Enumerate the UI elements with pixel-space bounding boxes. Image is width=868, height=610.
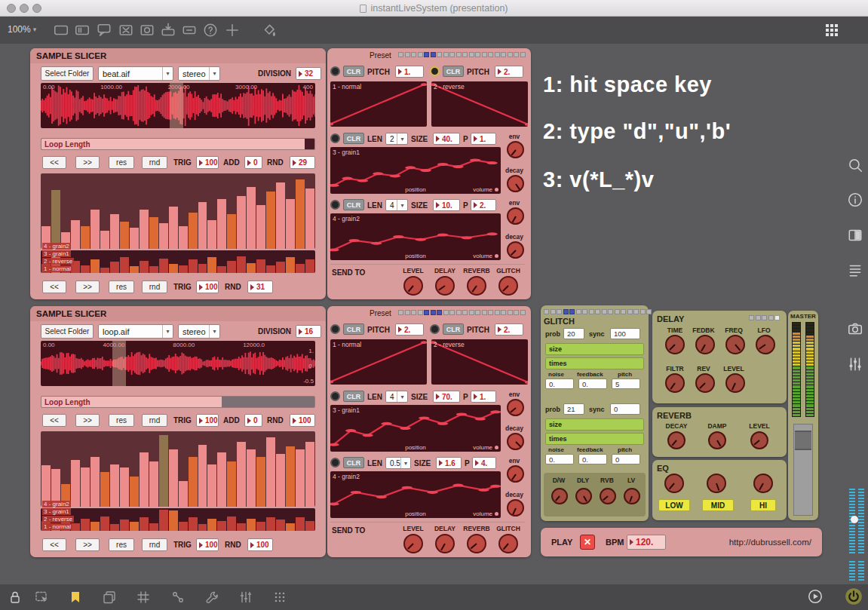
pitch-numbox-1[interactable]: 5 <box>612 379 640 389</box>
dot-grid-icon[interactable] <box>272 590 287 605</box>
send-level-knob[interactable] <box>403 276 423 296</box>
send-delay-knob[interactable] <box>435 276 455 296</box>
rnd-numbox[interactable]: 100 <box>290 414 315 427</box>
selection-icon[interactable] <box>34 590 49 605</box>
grain2-envelope-graph[interactable]: 2 - reverse <box>431 339 528 385</box>
grain3-size-numbox[interactable]: 40. <box>433 133 460 145</box>
comment-flag-icon[interactable] <box>68 590 83 605</box>
grain3-toggle[interactable] <box>330 133 340 143</box>
grain1-clear-button[interactable]: CLR <box>343 323 364 335</box>
noise-numbox-2[interactable]: 0. <box>545 454 574 464</box>
grain2-toggle[interactable] <box>430 324 440 334</box>
rnd-numbox[interactable]: 29 <box>290 156 315 169</box>
search-icon[interactable] <box>847 157 863 173</box>
reset-button[interactable]: res <box>109 414 134 427</box>
pitch-numbox-2[interactable]: 0 <box>612 454 640 464</box>
volume-handle[interactable] <box>495 254 498 258</box>
filtr-knob[interactable] <box>665 373 685 393</box>
grain2-clear-button[interactable]: CLR <box>443 66 464 77</box>
feedback-numbox-2[interactable]: 0. <box>578 454 607 464</box>
volume-handle[interactable] <box>495 512 498 516</box>
grain4-len-dropdown[interactable]: 4 <box>385 199 408 211</box>
sync-numbox-1[interactable]: 100 <box>610 328 640 339</box>
next-button-2[interactable]: >> <box>75 280 100 293</box>
reset-button[interactable]: res <box>109 156 134 169</box>
grain4-envelope-graph[interactable]: 4 - grain2 position volume <box>330 213 501 260</box>
prev-button-2[interactable]: << <box>42 280 66 293</box>
grain4-toggle[interactable] <box>330 458 340 467</box>
prob-numbox-1[interactable]: 20 <box>563 328 584 339</box>
button-circle-icon[interactable] <box>139 22 155 38</box>
level-knob[interactable] <box>750 431 768 449</box>
minus-box-icon[interactable] <box>181 22 198 38</box>
grain1-toggle[interactable] <box>330 324 340 334</box>
next-button[interactable]: >> <box>75 414 100 427</box>
add-numbox[interactable]: 0 <box>244 414 262 427</box>
rnd-numbox-2[interactable]: 31 <box>247 280 273 293</box>
play-icon[interactable] <box>807 588 824 605</box>
trig-numbox[interactable]: 100 <box>196 414 219 427</box>
times-slider-2[interactable]: times <box>545 433 644 445</box>
grid-snap-icon[interactable] <box>136 590 151 605</box>
grain4-toggle[interactable] <box>330 200 340 210</box>
slice-multislider[interactable] <box>41 173 315 249</box>
eq-hi-knob[interactable] <box>753 474 773 493</box>
feedback-numbox-1[interactable]: 0. <box>578 379 607 389</box>
size-slider-2[interactable]: size <box>545 418 644 431</box>
grain3-env-knob[interactable] <box>507 141 524 158</box>
grain1-pitch-numbox[interactable]: 2. <box>395 323 424 336</box>
layers-icon[interactable] <box>102 590 117 605</box>
grain3-len-dropdown[interactable]: 2 <box>385 133 408 145</box>
damp-knob[interactable] <box>708 431 726 449</box>
grain3-clear-button[interactable]: CLR <box>343 391 364 402</box>
next-button-2[interactable]: >> <box>75 538 100 551</box>
grain3-envelope-graph[interactable]: 3 - grain1 position volume <box>330 147 501 194</box>
grain2-clear-button[interactable]: CLR <box>443 323 464 335</box>
prob-numbox-2[interactable]: 21 <box>563 403 584 415</box>
division-numbox[interactable]: 32 <box>296 67 321 80</box>
send-glitch-knob[interactable] <box>498 276 518 296</box>
waveform-display[interactable]: 0.001000.002000.003000.00400 <box>41 83 315 128</box>
comment-bubble-icon[interactable] <box>96 22 112 38</box>
grain1-toggle[interactable] <box>330 66 340 76</box>
lfo-knob[interactable] <box>756 335 775 354</box>
website-link[interactable]: http://dubrussell.com/ <box>729 538 811 547</box>
bpm-numbox[interactable]: 120. <box>627 535 666 550</box>
slice-multislider[interactable] <box>41 431 315 507</box>
grain4-env-knob[interactable] <box>507 207 524 225</box>
grain3-len-dropdown[interactable]: 4 <box>385 391 408 403</box>
grain3-p-numbox[interactable]: 1. <box>471 391 496 403</box>
rev-knob[interactable] <box>695 373 715 393</box>
master-volume-handle[interactable] <box>795 431 811 450</box>
grain1-envelope-graph[interactable]: 1 - normal <box>330 81 427 127</box>
loop-length-slider[interactable]: Loop Length <box>41 138 315 150</box>
grain4-p-numbox[interactable]: 4. <box>472 457 496 469</box>
random-button-2[interactable]: rnd <box>142 538 167 551</box>
grain1-clear-button[interactable]: CLR <box>343 66 364 77</box>
grain3-envelope-graph[interactable]: 3 - grain1 position volume <box>330 405 501 452</box>
filters-icon[interactable] <box>847 356 863 372</box>
zoom-control[interactable]: 100%▾ <box>8 24 36 35</box>
delay-preset-slots[interactable] <box>749 315 780 320</box>
file-dropdown[interactable]: loop.aif <box>98 324 173 339</box>
time-knob[interactable] <box>665 335 685 354</box>
eq-low-knob[interactable] <box>664 474 684 493</box>
eq-hi-badge[interactable]: HI <box>750 499 776 511</box>
grain-type-strip[interactable] <box>41 250 315 273</box>
grain4-decay-knob[interactable] <box>507 241 524 259</box>
patch-cords-icon[interactable] <box>170 590 186 605</box>
grain2-pitch-numbox[interactable]: 2. <box>495 66 523 78</box>
grain3-decay-knob[interactable] <box>507 175 524 192</box>
message-box-icon[interactable] <box>74 22 90 38</box>
random-button-2[interactable]: rnd <box>142 280 167 293</box>
power-icon[interactable] <box>845 587 863 605</box>
grain4-clear-button[interactable]: CLR <box>343 457 364 468</box>
grain3-env-knob[interactable] <box>507 399 524 416</box>
grain4-clear-button[interactable]: CLR <box>343 199 364 210</box>
grid-icon[interactable] <box>824 23 839 38</box>
rnd-numbox-2[interactable]: 100 <box>247 538 273 551</box>
split-panes-icon[interactable] <box>847 227 863 244</box>
toggle-box-icon[interactable] <box>118 22 134 38</box>
grain3-p-numbox[interactable]: 1. <box>471 133 496 145</box>
grain4-env-knob[interactable] <box>507 465 524 483</box>
